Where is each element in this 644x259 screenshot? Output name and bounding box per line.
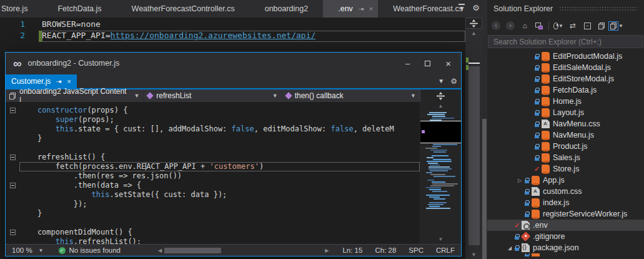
sub-member-dropdown[interactable]: then() callback ▼ [282, 89, 420, 102]
scrollbar-thumb[interactable] [482, 119, 487, 259]
minimap[interactable]: ▲ ▼ [420, 102, 461, 244]
pending-changes-filter-icon[interactable]: ▼ [553, 21, 563, 31]
code-area[interactable]: constructor(props) { super(props); this.… [6, 102, 420, 244]
close-tab-icon[interactable]: × [369, 5, 373, 13]
document-list-dropdown-icon[interactable]: ▼ [438, 78, 444, 86]
expander-expanded-icon[interactable]: ◢ [506, 245, 513, 251]
minimap-down-arrow[interactable]: ▼ [420, 236, 461, 242]
tree-item-registerserviceworker-js[interactable]: registerServiceWorker.js [487, 208, 644, 220]
code-line[interactable]: this.refreshList(); [6, 237, 420, 244]
env-line-2[interactable]: REACT_APP_API=https://onboarding2.azurew… [42, 31, 465, 42]
tree-item-clipped[interactable] [487, 253, 644, 256]
tab-weatherforecastcontroller-cs[interactable]: WeatherForecastController.cs [117, 0, 250, 18]
scrollbar-thumb[interactable] [164, 248, 221, 253]
code-line[interactable]: }); [6, 200, 420, 209]
split-window-handle[interactable] [420, 89, 461, 102]
fold-toggle[interactable] [10, 183, 16, 188]
editor-line[interactable]: 2 REACT_APP_API=https://onboarding2.azur… [0, 31, 465, 42]
line-ending-indicator[interactable]: CRLF [430, 246, 461, 254]
window-title-bar[interactable]: ∞ onboarding2 - Customer.js – × [6, 53, 461, 74]
close-button[interactable]: × [445, 58, 451, 69]
solution-explorer-scrollbar[interactable] [482, 34, 487, 259]
url-link[interactable]: https://onboarding2.azurewebsites.net/ap… [111, 31, 316, 40]
code-line[interactable]: super(props); [6, 115, 420, 124]
home-icon[interactable]: ⌂ [520, 21, 530, 31]
tree-item-package-json[interactable]: ◢package.json [487, 242, 644, 253]
tab--env[interactable]: .env× [323, 0, 378, 18]
forward-icon[interactable]: › [505, 21, 515, 31]
horizontal-scrollbar[interactable]: ◀ ▶ [158, 248, 329, 253]
code-line[interactable]: this.state = { cust: [], addModalShow: f… [6, 124, 420, 134]
minimap-viewport[interactable] [420, 121, 461, 143]
member-dropdown[interactable]: refreshList ▼ [144, 89, 282, 102]
tree-item-store-js[interactable]: ✓Store.js [487, 163, 644, 175]
tree-item-sales-js[interactable]: Sales.js [487, 152, 644, 163]
gear-icon[interactable]: ⚙ [450, 78, 457, 86]
code-editor[interactable]: constructor(props) { super(props); this.… [6, 102, 461, 244]
code-line[interactable]: refreshList() { [6, 153, 420, 162]
code-line[interactable]: fetch(process.env.REACT_APP_API + 'custo… [6, 162, 420, 171]
tree-item--gitignore[interactable]: .gitignore [487, 231, 644, 242]
preview-selected-items-icon[interactable]: ▼ [611, 21, 621, 31]
code-line[interactable]: } [6, 209, 420, 218]
split-window-handle[interactable] [465, 18, 482, 29]
code-line[interactable]: constructor(props) { [6, 106, 420, 115]
gear-icon[interactable]: ⚙ [472, 4, 480, 12]
minimize-button[interactable]: – [405, 59, 410, 68]
code-line[interactable]: .then(data => { [6, 181, 420, 190]
search-input[interactable]: Search Solution Explorer (Ctrl+;) [488, 35, 643, 48]
tree-item-layout-js[interactable]: Layout.js [487, 107, 644, 118]
tab-customer-js[interactable]: Customer.js × [6, 74, 77, 88]
tree-item-product-js[interactable]: Product.js [487, 141, 644, 152]
tab-onboarding2[interactable]: onboarding2 [250, 0, 324, 18]
collapse-all-icon[interactable]: − [582, 21, 592, 31]
show-all-files-icon[interactable] [597, 21, 607, 31]
zoom-control[interactable]: 100 % ▼ [6, 246, 50, 254]
pin-icon[interactable] [358, 5, 364, 13]
scroll-down-arrow[interactable]: ▼ [465, 250, 482, 259]
document-health-indicator[interactable]: ✓ No issues found [59, 246, 121, 254]
code-line[interactable] [6, 143, 420, 153]
code-line[interactable]: } [6, 134, 420, 143]
tree-item-custom-css[interactable]: custom.css [487, 186, 644, 197]
spaces-indicator[interactable]: SPC [402, 246, 430, 254]
code-line[interactable]: .then(res => res.json()) [6, 171, 420, 181]
tree-item-editsalemodal-js[interactable]: EditSaleModal.js [487, 62, 644, 73]
expander-collapsed-icon[interactable]: ▷ [516, 178, 523, 183]
document-list-dropdown-icon[interactable]: ▼ [458, 4, 465, 12]
tree-item-app-js[interactable]: ▷App.js [487, 175, 644, 186]
scroll-left-arrow[interactable]: ◀ [158, 248, 162, 253]
scroll-up-arrow[interactable]: ▲ [465, 29, 482, 38]
scroll-right-arrow[interactable]: ▶ [325, 248, 329, 253]
maximize-button[interactable] [425, 61, 430, 66]
close-tab-icon[interactable]: × [67, 78, 71, 85]
code-line[interactable]: this.setState({ cust: data }); [6, 190, 420, 200]
editor-scrollbar[interactable]: ▲ ▼ [465, 18, 482, 259]
tree-item-navmenu-css[interactable]: NavMenu.css [487, 118, 644, 130]
minimap-up-arrow[interactable]: ▲ [420, 103, 461, 109]
back-icon[interactable]: ‹ [491, 21, 501, 31]
fold-toggle[interactable] [10, 155, 16, 160]
code-line[interactable]: componentDidMount() { [6, 228, 420, 237]
scrollbar-track[interactable] [468, 38, 480, 250]
panel-title-bar[interactable]: Solution Explorer [487, 0, 644, 18]
project-scope-dropdown[interactable]: onboarding2 JavaScript Content | ▼ [6, 89, 144, 102]
tree-item-index-js[interactable]: index.js [487, 197, 644, 208]
fold-toggle[interactable] [10, 108, 16, 113]
tree-item-editstoremodal-js[interactable]: EditStoreModal.js [487, 73, 644, 84]
tab-fetchdata-js[interactable]: FetchData.js [42, 0, 116, 18]
fold-toggle[interactable] [10, 230, 16, 235]
tree-item--env[interactable]: ✓.env [487, 220, 644, 231]
editor-line[interactable]: 1 BROWSER=none [0, 19, 465, 31]
tab-store-js[interactable]: Store.js [0, 0, 42, 18]
scrollbar-thumb[interactable] [468, 66, 480, 245]
env-line-1[interactable]: BROWSER=none [42, 19, 465, 31]
pin-icon[interactable] [56, 78, 62, 85]
tree-item-navmenu-js[interactable]: NavMenu.js [487, 130, 644, 141]
tree-item-home-js[interactable]: Home.js [487, 96, 644, 107]
code-line[interactable] [6, 218, 420, 228]
tree-item-editproductmodal-js[interactable]: EditProductModal.js [487, 51, 644, 62]
switch-views-icon[interactable] [534, 21, 544, 31]
tree-item-fetchdata-js[interactable]: FetchData.js [487, 84, 644, 96]
sync-with-active-document-icon[interactable]: ⇄ [568, 21, 578, 31]
